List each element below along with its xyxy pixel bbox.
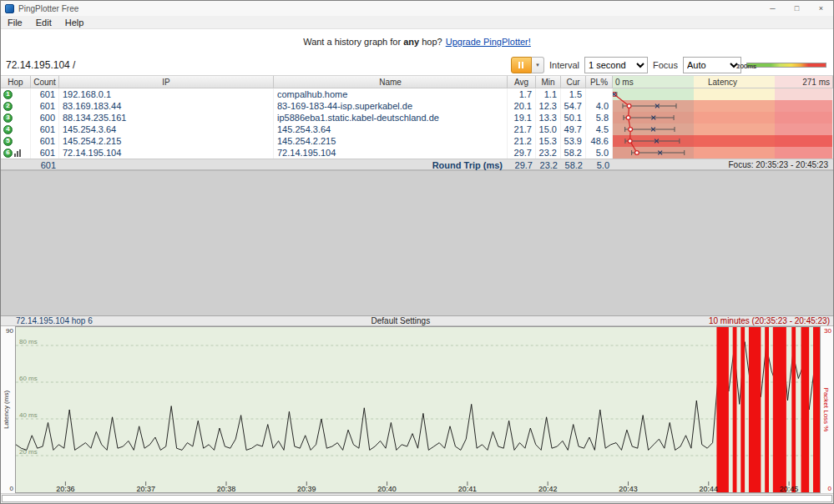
- table-row[interactable]: 660172.14.195.10472.14.195.10429.723.258…: [1, 147, 833, 159]
- title-bar: PingPlotter Free ─ □ ×: [1, 1, 833, 16]
- maximize-icon[interactable]: □: [785, 1, 809, 16]
- svg-text:40 ms: 40 ms: [19, 411, 38, 419]
- col-count: Count: [31, 76, 59, 88]
- cell-name: 83-169-183-44-isp.superkabel.de: [274, 100, 508, 112]
- graphed-hop-icon: [14, 149, 21, 157]
- col-latency: 0 ms Latency 271 ms: [613, 76, 833, 88]
- cell-avg: 21.7: [508, 123, 536, 135]
- hop-number-badge: 5: [3, 137, 13, 146]
- cell-count: 600: [31, 112, 59, 123]
- pause-dropdown-icon[interactable]: ▼: [532, 57, 544, 73]
- cell-avg: 20.1: [508, 100, 536, 112]
- cell-cur: 53.9: [561, 135, 586, 147]
- empty-workspace: [1, 170, 833, 315]
- timeline-body: 90 Latency (ms) 0 20 ms40 ms60 ms80 ms20…: [1, 326, 833, 493]
- cell-min: 1.1: [536, 88, 561, 100]
- cell-count: 601: [31, 123, 59, 135]
- svg-text:80 ms: 80 ms: [19, 338, 38, 345]
- cell-ip: 83.169.183.44: [59, 100, 274, 112]
- focus-range-text: Focus: 20:35:23 - 20:45:23: [613, 159, 833, 171]
- table-row[interactable]: 360088.134.235.161ip5886eba1.static.kabe…: [1, 112, 833, 123]
- col-min: Min: [536, 76, 561, 88]
- cell-cur: 1.5: [561, 88, 586, 100]
- cell-min: 15.0: [536, 123, 561, 135]
- summary-pl: 5.0: [586, 159, 613, 171]
- hop-number-badge: 4: [3, 125, 13, 134]
- round-trip-row[interactable]: 601 Round Trip (ms) 29.7 23.2 58.2 5.0 F…: [1, 159, 833, 170]
- timeline-settings-label[interactable]: Default Settings: [93, 316, 709, 326]
- svg-text:20:40: 20:40: [377, 485, 396, 492]
- table-row[interactable]: 260183.169.183.4483-169-183-44-isp.super…: [1, 100, 833, 112]
- menu-help[interactable]: Help: [58, 16, 91, 28]
- window-title: PingPlotter Free: [18, 4, 78, 13]
- timeline-range-label[interactable]: 10 minutes (20:35:23 - 20:45:23): [709, 316, 833, 326]
- left-axis: 90 Latency (ms) 0: [1, 326, 15, 493]
- table-row[interactable]: 1601192.168.0.1compalhub.home1.71.11.5: [1, 88, 833, 100]
- cell-name: 145.254.3.64: [274, 123, 508, 135]
- app-window: PingPlotter Free ─ □ × File Edit Help Wa…: [0, 0, 834, 504]
- latency-mini-graph: [613, 147, 833, 159]
- cell-ip: 145.254.3.64: [59, 123, 274, 135]
- svg-text:20:38: 20:38: [217, 485, 235, 492]
- cell-min: 13.3: [536, 112, 561, 123]
- cell-count: 601: [31, 88, 59, 100]
- cell-name: 145.254.2.215: [274, 135, 508, 147]
- legend-gradient-bar: [746, 63, 826, 68]
- packet-loss-overlay: [613, 100, 832, 112]
- hop-number-badge: 2: [3, 102, 13, 111]
- interval-select[interactable]: 1 second: [584, 57, 648, 73]
- latency-mini-graph: [613, 88, 833, 100]
- cell-cur: 49.7: [561, 123, 586, 135]
- hop-number-badge: 3: [3, 113, 13, 123]
- packet-loss-overlay: [613, 147, 832, 159]
- minimize-icon[interactable]: ─: [761, 1, 785, 16]
- cell-cur: 58.2: [561, 147, 586, 159]
- col-hop: Hop: [1, 76, 31, 88]
- hop-rows: 1601192.168.0.1compalhub.home1.71.11.526…: [1, 88, 833, 159]
- svg-text:20:43: 20:43: [619, 485, 637, 492]
- latency-scale-max: 271 ms: [802, 76, 830, 88]
- close-icon[interactable]: ×: [809, 1, 833, 16]
- svg-text:20 ms: 20 ms: [19, 448, 38, 456]
- pause-button[interactable]: [511, 57, 532, 73]
- scrollbar-thumb[interactable]: [2, 495, 832, 502]
- svg-text:20:42: 20:42: [538, 485, 557, 492]
- cell-pl: 5.0: [586, 147, 613, 159]
- latency-header-label: Latency: [613, 76, 832, 88]
- cell-min: 23.2: [536, 147, 561, 159]
- cell-pl: 48.6: [586, 135, 613, 147]
- menu-edit[interactable]: Edit: [29, 16, 58, 28]
- banner-text-2: hop?: [422, 37, 442, 47]
- latency-mini-graph: [613, 112, 833, 123]
- cell-name: 72.14.195.104: [274, 147, 508, 159]
- round-trip-label: Round Trip (ms): [274, 159, 508, 171]
- summary-count: 601: [31, 159, 59, 171]
- timeline-scrollbar: [1, 493, 833, 503]
- col-avg: Avg: [508, 76, 536, 88]
- banner-text: Want a history graph for: [303, 37, 401, 47]
- timeline-target-label: 72.14.195.104 hop 6: [1, 316, 93, 326]
- y2-min-label: 0: [828, 485, 831, 492]
- col-cur: Cur: [561, 76, 586, 88]
- table-row[interactable]: 5601145.254.2.215145.254.2.21521.215.353…: [1, 135, 833, 147]
- packet-loss-overlay: [613, 123, 832, 135]
- y2-axis-title: Packet Loss %: [822, 388, 830, 432]
- right-axis: 30 Packet Loss % 0: [821, 326, 833, 493]
- col-ip: IP: [59, 76, 274, 88]
- cell-pl: 4.5: [586, 123, 613, 135]
- summary-avg: 29.7: [508, 159, 536, 171]
- y-min-label: 0: [10, 485, 13, 492]
- table-row[interactable]: 4601145.254.3.64145.254.3.6421.715.049.7…: [1, 123, 833, 135]
- banner-bold: any: [403, 37, 419, 47]
- cell-min: 12.3: [536, 100, 561, 112]
- timeline-header: 72.14.195.104 hop 6 Default Settings 10 …: [1, 315, 833, 326]
- target-address[interactable]: 72.14.195.104 /: [6, 59, 75, 71]
- cell-ip: 88.134.235.161: [59, 112, 274, 123]
- menu-file[interactable]: File: [1, 16, 29, 28]
- cell-cur: 54.7: [561, 100, 586, 112]
- timeline-plot[interactable]: 20 ms40 ms60 ms80 ms20:3620:3720:3820:39…: [15, 326, 821, 493]
- svg-text:60 ms: 60 ms: [19, 375, 38, 382]
- cell-name: ip5886eba1.static.kabel-deutschland.de: [274, 112, 508, 123]
- upgrade-link[interactable]: Upgrade PingPlotter!: [446, 37, 531, 47]
- focus-select[interactable]: Auto: [683, 57, 741, 73]
